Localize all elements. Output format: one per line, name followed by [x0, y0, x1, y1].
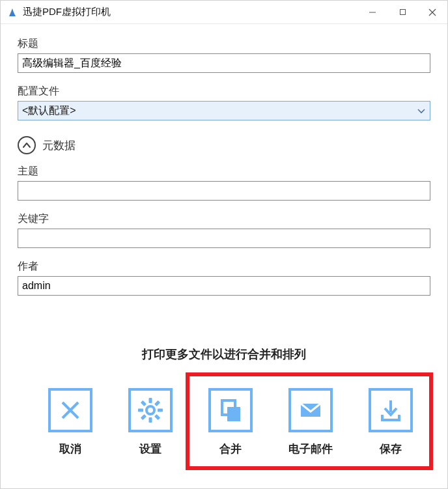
svg-rect-1 — [400, 10, 405, 15]
keywords-label: 关键字 — [18, 212, 430, 226]
svg-rect-16 — [227, 407, 240, 421]
download-icon — [369, 388, 413, 432]
email-icon — [288, 388, 333, 432]
svg-rect-9 — [138, 409, 143, 412]
title-group: 标题 — [18, 37, 430, 73]
svg-point-6 — [147, 406, 154, 414]
minimize-button[interactable] — [357, 1, 387, 24]
chevron-up-icon — [18, 136, 36, 154]
cancel-label: 取消 — [59, 441, 81, 456]
close-icon — [48, 388, 92, 432]
author-input[interactable] — [18, 276, 430, 296]
window-body: 标题 配置文件 元数据 主题 关键字 — [1, 24, 447, 488]
config-select[interactable] — [18, 101, 430, 120]
svg-rect-13 — [141, 400, 147, 406]
title-label: 标题 — [18, 37, 430, 51]
metadata-label: 元数据 — [42, 138, 76, 153]
email-button[interactable]: 电子邮件 — [270, 382, 350, 456]
merge-button[interactable]: 合并 — [191, 382, 271, 456]
author-label: 作者 — [18, 260, 430, 273]
gear-icon — [128, 388, 173, 432]
svg-rect-12 — [141, 414, 147, 420]
config-select-wrap — [18, 101, 430, 120]
window-title: 迅捷PDF虚拟打印机 — [23, 6, 111, 18]
author-group: 作者 — [18, 260, 430, 296]
maximize-button[interactable] — [387, 1, 417, 24]
actions-row: 取消 — [31, 382, 430, 469]
svg-rect-7 — [149, 398, 152, 403]
close-button[interactable] — [417, 1, 447, 24]
keywords-input[interactable] — [18, 229, 430, 248]
title-left: 迅捷PDF虚拟打印机 — [7, 6, 111, 18]
settings-label: 设置 — [139, 441, 161, 456]
merge-hint: 打印更多文件以进行合并和排列 — [18, 346, 430, 362]
keywords-group: 关键字 — [18, 212, 430, 248]
svg-rect-10 — [158, 409, 163, 412]
merge-label: 合并 — [219, 441, 242, 456]
svg-rect-11 — [154, 400, 160, 406]
settings-button[interactable]: 设置 — [111, 382, 191, 456]
cancel-button[interactable]: 取消 — [31, 382, 111, 456]
email-label: 电子邮件 — [288, 441, 333, 456]
app-window: 迅捷PDF虚拟打印机 标题 配置文件 — [0, 0, 448, 489]
config-label: 配置文件 — [18, 85, 430, 98]
save-button[interactable]: 保存 — [350, 382, 430, 456]
config-group: 配置文件 — [18, 85, 430, 120]
subject-label: 主题 — [18, 165, 430, 178]
window-controls — [357, 1, 447, 24]
metadata-toggle[interactable]: 元数据 — [18, 136, 430, 154]
save-label: 保存 — [380, 441, 402, 456]
svg-rect-8 — [149, 417, 152, 423]
subject-input[interactable] — [18, 181, 430, 201]
svg-rect-14 — [154, 414, 160, 420]
title-input[interactable] — [18, 53, 430, 73]
titlebar: 迅捷PDF虚拟打印机 — [1, 1, 447, 24]
app-icon — [7, 7, 18, 18]
merge-icon — [208, 388, 253, 432]
subject-group: 主题 — [18, 165, 430, 201]
